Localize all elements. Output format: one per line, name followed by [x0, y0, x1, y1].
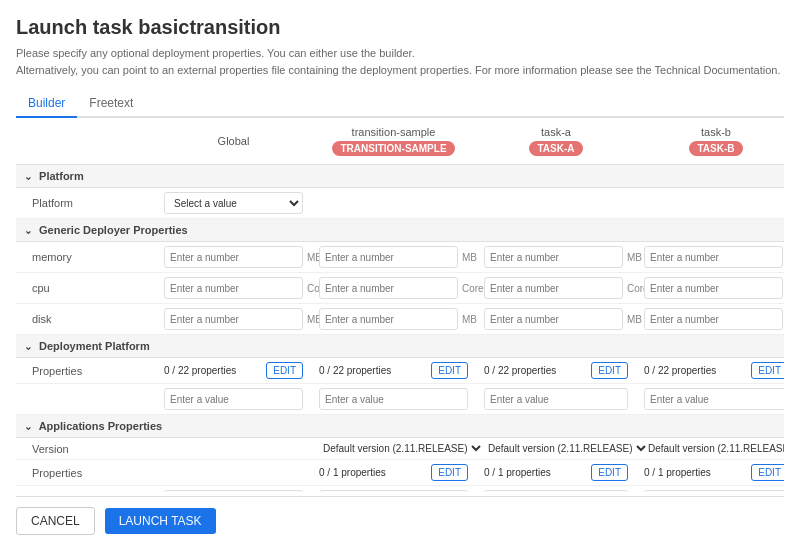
- props-text: 0 / 22 properties: [484, 365, 556, 376]
- table-row: PlatformSelect a value: [16, 188, 784, 219]
- edit-button[interactable]: EDIT: [591, 362, 628, 379]
- row-label: [16, 384, 156, 415]
- row-label: Platform: [16, 188, 156, 219]
- empty-cell: [156, 460, 311, 486]
- text-input[interactable]: [484, 490, 628, 492]
- text-input[interactable]: [164, 490, 303, 492]
- text-input[interactable]: [644, 277, 783, 299]
- text-input[interactable]: [319, 277, 458, 299]
- empty-cell: [156, 438, 311, 460]
- col-header-taskb: task-b TASK-B: [636, 118, 784, 165]
- input-cell: MB: [311, 242, 476, 273]
- table-row: memoryMBMBMBMB: [16, 242, 784, 273]
- input-suffix: MB: [462, 314, 477, 325]
- row-label: [16, 486, 156, 493]
- props-cell: 0 / 22 propertiesEDIT: [476, 358, 636, 384]
- text-input[interactable]: [644, 490, 784, 492]
- text-input[interactable]: [164, 277, 303, 299]
- section-header-cell: ⌄ Applications Properties: [16, 415, 784, 438]
- section-header: ⌄ Deployment Platform: [16, 335, 784, 358]
- input-cell: MB: [636, 304, 784, 335]
- version-cell: Default version (2.11.RELEASE): [636, 438, 784, 460]
- table-row: [16, 486, 784, 493]
- row-label: Version: [16, 438, 156, 460]
- edit-button[interactable]: EDIT: [591, 464, 628, 481]
- col-header-global: Global: [156, 118, 311, 165]
- input-cell: MB: [156, 304, 311, 335]
- tab-builder[interactable]: Builder: [16, 90, 77, 118]
- empty-cell: [636, 188, 784, 219]
- input-cell: Core(s): [311, 273, 476, 304]
- col-header-transition: transition-sample TRANSITION-SAMPLE: [311, 118, 476, 165]
- text-input[interactable]: [319, 308, 458, 330]
- cancel-button[interactable]: CANCEL: [16, 507, 95, 535]
- table-row: Properties0 / 1 propertiesEDIT0 / 1 prop…: [16, 460, 784, 486]
- text-input[interactable]: [484, 246, 623, 268]
- text-input[interactable]: [164, 308, 303, 330]
- badge-transition: TRANSITION-SAMPLE: [332, 141, 454, 156]
- table-row: VersionDefault version (2.11.RELEASE)Def…: [16, 438, 784, 460]
- props-cell: 0 / 22 propertiesEDIT: [156, 358, 311, 384]
- text-input[interactable]: [164, 388, 303, 410]
- page-title: Launch task basictransition: [16, 16, 784, 39]
- text-input[interactable]: [484, 388, 628, 410]
- text-input[interactable]: [644, 308, 783, 330]
- text-input[interactable]: [319, 388, 468, 410]
- edit-button[interactable]: EDIT: [431, 362, 468, 379]
- input-cell: MB: [476, 304, 636, 335]
- edit-button[interactable]: EDIT: [431, 464, 468, 481]
- version-select[interactable]: Default version (2.11.RELEASE): [644, 442, 784, 455]
- table-row: diskMBMBMBMB: [16, 304, 784, 335]
- row-label: memory: [16, 242, 156, 273]
- empty-cell: [476, 188, 636, 219]
- input-suffix: MB: [462, 252, 477, 263]
- table-row: [16, 384, 784, 415]
- chevron-icon: ⌄: [24, 341, 32, 352]
- text-input[interactable]: [644, 388, 784, 410]
- empty-cell: [311, 188, 476, 219]
- col-header-taska: task-a TASK-A: [476, 118, 636, 165]
- input-cell: [476, 384, 636, 415]
- props-text: 0 / 22 properties: [644, 365, 716, 376]
- text-input[interactable]: [484, 308, 623, 330]
- launch-task-button[interactable]: LAUNCH TASK: [105, 508, 216, 534]
- edit-button[interactable]: EDIT: [751, 464, 784, 481]
- version-select[interactable]: Default version (2.11.RELEASE): [484, 442, 649, 455]
- input-suffix: MB: [627, 314, 642, 325]
- row-label: Properties: [16, 358, 156, 384]
- text-input[interactable]: [484, 277, 623, 299]
- section-header: ⌄ Applications Properties: [16, 415, 784, 438]
- input-cell: [156, 384, 311, 415]
- input-cell: MB: [311, 304, 476, 335]
- props-cell: 0 / 22 propertiesEDIT: [311, 358, 476, 384]
- section-header-cell: ⌄ Generic Deployer Properties: [16, 219, 784, 242]
- input-cell: Core(s): [636, 273, 784, 304]
- text-input[interactable]: [319, 490, 468, 492]
- input-cell: [311, 486, 476, 493]
- props-cell: 0 / 1 propertiesEDIT: [476, 460, 636, 486]
- input-cell: [311, 384, 476, 415]
- row-label: Properties: [16, 460, 156, 486]
- input-cell: [636, 486, 784, 493]
- version-select[interactable]: Default version (2.11.RELEASE): [319, 442, 484, 455]
- table-row: Properties0 / 22 propertiesEDIT0 / 22 pr…: [16, 358, 784, 384]
- props-text: 0 / 1 properties: [484, 467, 551, 478]
- text-input[interactable]: [319, 246, 458, 268]
- row-label: disk: [16, 304, 156, 335]
- props-text: 0 / 1 properties: [644, 467, 711, 478]
- select-cell: Select a value: [156, 188, 311, 219]
- badge-taska: TASK-A: [529, 141, 582, 156]
- props-text: 0 / 22 properties: [319, 365, 391, 376]
- text-input[interactable]: [644, 246, 783, 268]
- platform-select[interactable]: Select a value: [164, 192, 303, 214]
- props-text: 0 / 1 properties: [319, 467, 386, 478]
- chevron-icon: ⌄: [24, 225, 32, 236]
- edit-button[interactable]: EDIT: [266, 362, 303, 379]
- tab-bar: Builder Freetext: [16, 90, 784, 118]
- section-header: ⌄ Generic Deployer Properties: [16, 219, 784, 242]
- input-cell: MB: [476, 242, 636, 273]
- section-header-cell: ⌄ Deployment Platform: [16, 335, 784, 358]
- text-input[interactable]: [164, 246, 303, 268]
- tab-freetext[interactable]: Freetext: [77, 90, 145, 118]
- edit-button[interactable]: EDIT: [751, 362, 784, 379]
